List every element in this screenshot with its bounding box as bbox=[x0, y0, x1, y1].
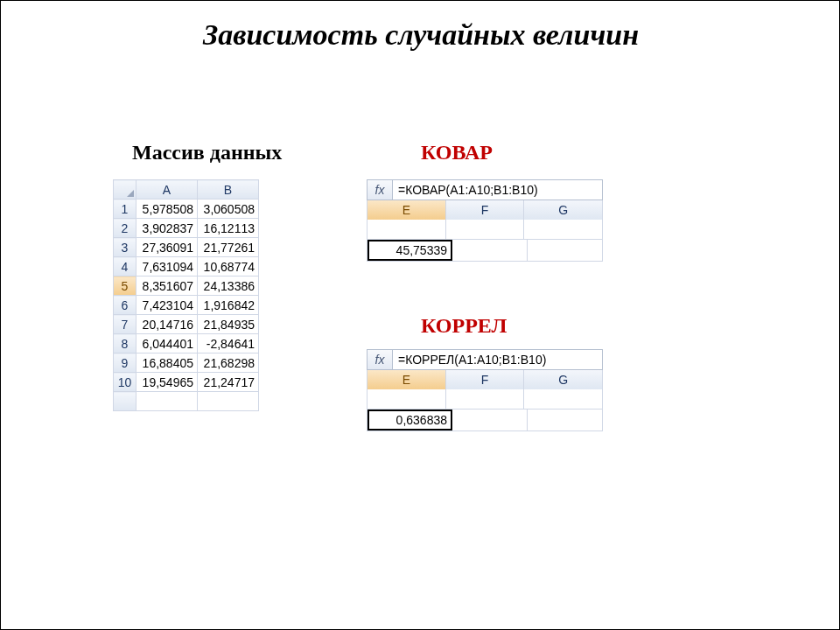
cell[interactable] bbox=[446, 389, 525, 409]
col-header-b[interactable]: B bbox=[198, 180, 259, 200]
col-header-e[interactable]: E bbox=[368, 200, 446, 220]
row-header[interactable]: 8 bbox=[114, 334, 136, 354]
data-table: A B 15,9785083,06050823,90283716,1211332… bbox=[113, 179, 259, 411]
cell[interactable]: 7,423104 bbox=[136, 296, 198, 315]
cell[interactable]: 24,13386 bbox=[198, 276, 259, 296]
cell[interactable]: 21,77261 bbox=[198, 238, 259, 257]
slide: Зависимость случайных величин Массив дан… bbox=[0, 0, 840, 630]
cell[interactable]: -2,84641 bbox=[198, 334, 259, 354]
result-row-covar: 45,75339 bbox=[367, 240, 603, 262]
col-header-e[interactable]: E bbox=[368, 370, 446, 389]
formula-input-covar[interactable]: =КОВАР(A1:A10;B1:B10) bbox=[393, 180, 602, 200]
cell[interactable]: 1,916842 bbox=[198, 296, 259, 315]
select-all-corner[interactable] bbox=[114, 180, 136, 200]
cell[interactable] bbox=[524, 220, 602, 239]
row-header[interactable]: 7 bbox=[114, 315, 136, 334]
empty-row bbox=[367, 220, 603, 240]
col-headers-correl: E F G bbox=[367, 370, 603, 389]
cell[interactable]: 10,68774 bbox=[198, 257, 259, 276]
formula-input-correl[interactable]: =КОРРЕЛ(A1:A10;B1:B10) bbox=[393, 350, 602, 369]
row-header[interactable]: 4 bbox=[114, 257, 136, 276]
cell[interactable] bbox=[528, 410, 602, 430]
cell[interactable]: 21,24717 bbox=[198, 373, 259, 392]
cell[interactable]: 21,68298 bbox=[198, 354, 259, 373]
cell[interactable]: 5,978508 bbox=[136, 200, 198, 219]
cell[interactable] bbox=[368, 220, 446, 239]
col-headers-covar: E F G bbox=[367, 200, 603, 220]
cell[interactable]: 20,14716 bbox=[136, 315, 198, 334]
cell[interactable]: 6,044401 bbox=[136, 334, 198, 354]
formula-bar-covar: fx =КОВАР(A1:A10;B1:B10) bbox=[367, 179, 603, 200]
cell[interactable]: 21,84935 bbox=[198, 315, 259, 334]
row-header[interactable]: 5 bbox=[114, 276, 136, 296]
col-header-a[interactable]: A bbox=[136, 180, 198, 200]
subtitle-correl: КОРРЕЛ bbox=[421, 314, 507, 338]
fx-icon[interactable]: fx bbox=[368, 180, 393, 200]
col-header-g[interactable]: G bbox=[524, 370, 602, 389]
cell[interactable]: 16,88405 bbox=[136, 354, 198, 373]
cell[interactable] bbox=[452, 240, 528, 261]
cell[interactable] bbox=[528, 240, 602, 261]
correl-snippet: fx =КОРРЕЛ(A1:A10;B1:B10) E F G 0,636838 bbox=[367, 349, 603, 431]
cell[interactable] bbox=[198, 392, 259, 411]
correl-result-cell[interactable]: 0,636838 bbox=[368, 410, 452, 430]
empty-row bbox=[367, 389, 603, 410]
cell[interactable]: 3,902837 bbox=[136, 219, 198, 238]
cell[interactable]: 3,060508 bbox=[198, 200, 259, 219]
row-header[interactable] bbox=[114, 392, 136, 411]
result-row-correl: 0,636838 bbox=[367, 410, 603, 431]
fx-icon[interactable]: fx bbox=[368, 350, 393, 369]
cell[interactable] bbox=[446, 220, 525, 239]
row-header[interactable]: 2 bbox=[114, 219, 136, 238]
page-title: Зависимость случайных величин bbox=[1, 18, 840, 52]
covar-snippet: fx =КОВАР(A1:A10;B1:B10) E F G 45,75339 bbox=[367, 179, 603, 262]
cell[interactable] bbox=[524, 389, 602, 409]
row-header[interactable]: 9 bbox=[114, 354, 136, 373]
formula-bar-correl: fx =КОРРЕЛ(A1:A10;B1:B10) bbox=[367, 349, 603, 370]
cell[interactable] bbox=[368, 389, 446, 409]
row-header[interactable]: 10 bbox=[114, 373, 136, 392]
covar-result-cell[interactable]: 45,75339 bbox=[368, 240, 452, 261]
cell[interactable] bbox=[136, 392, 198, 411]
col-header-g[interactable]: G bbox=[524, 200, 602, 220]
cell[interactable]: 19,54965 bbox=[136, 373, 198, 392]
subtitle-covar: КОВАР bbox=[421, 141, 493, 164]
row-header[interactable]: 6 bbox=[114, 296, 136, 315]
cell[interactable]: 27,36091 bbox=[136, 238, 198, 257]
row-header[interactable]: 3 bbox=[114, 238, 136, 257]
cell[interactable]: 8,351607 bbox=[136, 276, 198, 296]
cell[interactable]: 7,631094 bbox=[136, 257, 198, 276]
col-header-f[interactable]: F bbox=[446, 370, 525, 389]
subtitle-data: Массив данных bbox=[132, 141, 282, 164]
cell[interactable]: 16,12113 bbox=[198, 219, 259, 238]
row-header[interactable]: 1 bbox=[114, 200, 136, 219]
col-header-f[interactable]: F bbox=[446, 200, 525, 220]
cell[interactable] bbox=[452, 410, 528, 430]
